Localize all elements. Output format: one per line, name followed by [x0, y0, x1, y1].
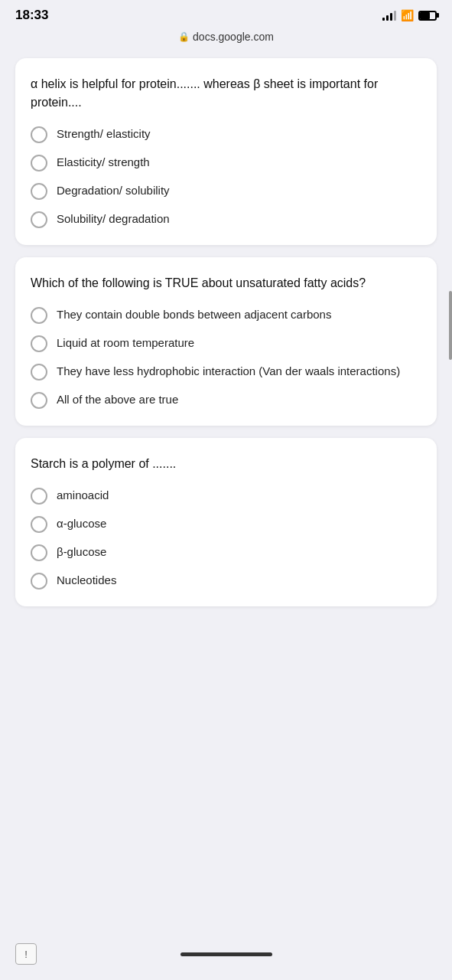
radio-q1b[interactable]: [31, 155, 47, 172]
option-q3d[interactable]: Nucleotides: [31, 572, 421, 590]
question-card-2: Which of the following is TRUE about uns…: [15, 257, 437, 426]
options-2: They contain double bonds between adjace…: [31, 306, 421, 409]
radio-q1d[interactable]: [31, 211, 47, 228]
status-time: 18:33: [15, 8, 48, 23]
option-q1c[interactable]: Degradation/ solubility: [31, 182, 421, 200]
option-label-q1d: Solubility/ degradation: [57, 211, 170, 227]
option-q2d[interactable]: All of the above are true: [31, 391, 421, 409]
content-area: α helix is helpful for protein....... wh…: [0, 51, 452, 672]
option-label-q1a: Strength/ elasticity: [57, 126, 151, 142]
radio-q2a[interactable]: [31, 307, 47, 324]
radio-q2b[interactable]: [31, 335, 47, 352]
radio-q3b[interactable]: [31, 516, 47, 533]
options-1: Strength/ elasticity Elasticity/ strengt…: [31, 126, 421, 228]
option-label-q1b: Elasticity/ strength: [57, 154, 150, 171]
option-label-q3c: β-glucose: [57, 544, 106, 560]
radio-q3a[interactable]: [31, 488, 47, 505]
home-indicator[interactable]: [180, 952, 272, 956]
battery-icon: [418, 11, 437, 21]
option-label-q3d: Nucleotides: [57, 572, 116, 589]
radio-q3c[interactable]: [31, 544, 47, 561]
bottom-bar: !: [0, 939, 452, 980]
scrollbar[interactable]: [449, 291, 452, 360]
radio-q1c[interactable]: [31, 183, 47, 200]
option-q1b[interactable]: Elasticity/ strength: [31, 154, 421, 172]
option-q3a[interactable]: aminoacid: [31, 487, 421, 505]
option-label-q3a: aminoacid: [57, 487, 109, 504]
option-label-q2a: They contain double bonds between adjace…: [57, 306, 331, 323]
option-label-q3b: α-glucose: [57, 515, 106, 532]
question-card-3: Starch is a polymer of ....... aminoacid…: [15, 438, 437, 606]
option-q2a[interactable]: They contain double bonds between adjace…: [31, 306, 421, 324]
option-q1d[interactable]: Solubility/ degradation: [31, 211, 421, 228]
radio-q2c[interactable]: [31, 364, 47, 381]
radio-q3d[interactable]: [31, 573, 47, 590]
radio-q2d[interactable]: [31, 392, 47, 409]
option-q2b[interactable]: Liquid at room temperature: [31, 335, 421, 352]
info-button-label: !: [24, 949, 28, 960]
question-text-3: Starch is a polymer of .......: [31, 455, 421, 473]
option-label-q2d: All of the above are true: [57, 391, 178, 408]
info-button[interactable]: !: [15, 943, 37, 965]
question-text-2: Which of the following is TRUE about uns…: [31, 274, 421, 292]
url-text: docs.google.com: [193, 31, 274, 43]
option-q3b[interactable]: α-glucose: [31, 515, 421, 533]
option-label-q2c: They have less hydrophobic interaction (…: [57, 363, 400, 380]
signal-icon: [382, 10, 396, 21]
question-card-1: α helix is helpful for protein....... wh…: [15, 58, 437, 245]
lock-icon: 🔒: [178, 31, 190, 42]
status-bar: 18:33 📶: [0, 0, 452, 28]
option-label-q2b: Liquid at room temperature: [57, 335, 194, 351]
url-bar: 🔒 docs.google.com: [0, 28, 452, 51]
wifi-icon: 📶: [401, 9, 414, 21]
options-3: aminoacid α-glucose β-glucose Nucleotide…: [31, 487, 421, 590]
status-icons: 📶: [382, 9, 437, 21]
radio-q1a[interactable]: [31, 126, 47, 143]
option-q2c[interactable]: They have less hydrophobic interaction (…: [31, 363, 421, 381]
question-text-1: α helix is helpful for protein....... wh…: [31, 75, 421, 112]
option-q1a[interactable]: Strength/ elasticity: [31, 126, 421, 143]
option-q3c[interactable]: β-glucose: [31, 544, 421, 561]
option-label-q1c: Degradation/ solubility: [57, 182, 170, 199]
